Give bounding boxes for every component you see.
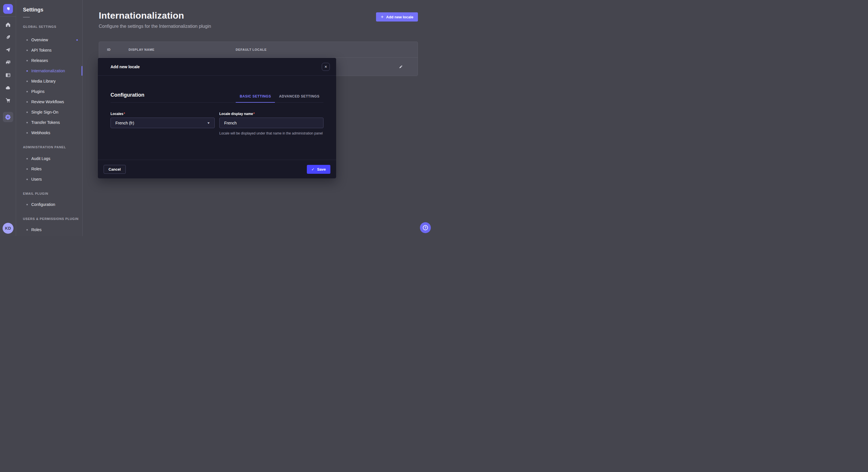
sidebar-item-review-workflows[interactable]: Review Workflows bbox=[16, 97, 82, 107]
save-button[interactable]: ✓ Save bbox=[307, 165, 330, 174]
column-default-locale: DEFAULT LOCALE bbox=[236, 48, 267, 51]
sidebar-item-email-configuration[interactable]: Configuration bbox=[16, 199, 82, 210]
modal-title: Add new locale bbox=[111, 65, 140, 69]
sidebar-item-users[interactable]: Users bbox=[16, 174, 82, 184]
sidebar-item-providers[interactable]: Providers bbox=[16, 235, 82, 236]
cancel-button[interactable]: Cancel bbox=[104, 165, 126, 174]
modal-body: Configuration BASIC SETTINGS ADVANCED SE… bbox=[98, 92, 336, 136]
column-id: ID bbox=[107, 48, 129, 51]
sidebar-item-label: Internationalization bbox=[31, 69, 65, 73]
section-list: Roles Providers bbox=[16, 225, 82, 236]
section-users-permissions-plugin: USERS & PERMISSIONS PLUGIN bbox=[23, 216, 82, 222]
sidebar-item-label: Webhooks bbox=[31, 131, 50, 135]
sidebar-item-audit-logs[interactable]: Audit Logs bbox=[16, 154, 82, 164]
display-name-help: Locale will be displayed under that name… bbox=[219, 131, 323, 136]
sidebar-item-single-sign-on[interactable]: Single Sign-On bbox=[16, 107, 82, 117]
check-icon: ✓ bbox=[311, 167, 315, 171]
settings-gear-icon[interactable] bbox=[3, 112, 13, 122]
pencil-icon bbox=[398, 65, 403, 69]
tab-advanced-settings[interactable]: ADVANCED SETTINGS bbox=[275, 94, 323, 102]
bullet-icon bbox=[26, 168, 28, 170]
section-list: Audit Logs Roles Users bbox=[16, 154, 82, 184]
locales-label: Locales* bbox=[111, 112, 215, 116]
tab-basic-settings[interactable]: BASIC SETTINGS bbox=[236, 94, 275, 102]
section-administration-panel: ADMINISTRATION PANEL bbox=[23, 144, 82, 150]
required-asterisk: * bbox=[253, 112, 255, 116]
sidebar-item-webhooks[interactable]: Webhooks bbox=[16, 128, 82, 138]
sidebar-item-overview[interactable]: Overview bbox=[16, 35, 82, 45]
bullet-icon bbox=[26, 111, 28, 113]
strapi-logo[interactable] bbox=[3, 4, 13, 14]
bullet-icon bbox=[26, 101, 28, 103]
bullet-icon bbox=[26, 158, 28, 160]
bullet-icon bbox=[26, 39, 28, 41]
modal-header: Add new locale ✕ bbox=[98, 58, 336, 76]
layout-icon[interactable] bbox=[5, 72, 11, 78]
title-underline bbox=[23, 17, 30, 18]
sidebar-item-label: Single Sign-On bbox=[31, 110, 58, 114]
bullet-icon bbox=[26, 60, 28, 61]
sidebar-item-api-tokens[interactable]: API Tokens bbox=[16, 45, 82, 55]
add-locale-modal: Add new locale ✕ Configuration BASIC SET… bbox=[98, 58, 336, 178]
home-icon[interactable] bbox=[5, 21, 11, 28]
cloud-icon[interactable] bbox=[5, 84, 11, 91]
sidebar-item-internationalization[interactable]: Internationalization bbox=[16, 66, 82, 76]
required-asterisk: * bbox=[124, 112, 125, 116]
sidebar-item-label: Review Workflows bbox=[31, 100, 64, 104]
bullet-icon bbox=[26, 229, 28, 231]
avatar[interactable]: KD bbox=[3, 223, 13, 234]
sidebar-item-label: API Tokens bbox=[31, 48, 52, 53]
strapi-logo-mark bbox=[5, 6, 11, 12]
chevron-down-icon: ▼ bbox=[207, 122, 210, 125]
paper-plane-icon[interactable] bbox=[5, 46, 11, 53]
section-list: Overview API Tokens Releases Internation… bbox=[16, 35, 82, 138]
add-new-locale-label: Add new locale bbox=[386, 15, 413, 19]
configuration-title: Configuration bbox=[111, 92, 144, 102]
bullet-icon bbox=[26, 49, 28, 51]
section-email-plugin: EMAIL PLUGIN bbox=[23, 191, 82, 196]
sidebar-item-label: Plugins bbox=[31, 89, 44, 94]
bullet-icon bbox=[26, 70, 28, 72]
rail-nav bbox=[0, 16, 16, 122]
locales-field: Locales* French (fr) ▼ bbox=[111, 112, 215, 136]
display-name-field: Locale display name* Locale will be disp… bbox=[219, 112, 323, 136]
modal-footer: Cancel ✓ Save bbox=[98, 160, 336, 178]
edit-locale-button[interactable] bbox=[397, 63, 405, 71]
add-new-locale-button[interactable]: + Add new locale bbox=[376, 12, 418, 22]
sidebar-item-label: Users bbox=[31, 177, 42, 181]
close-button[interactable]: ✕ bbox=[322, 63, 330, 71]
bullet-icon bbox=[26, 91, 28, 92]
sidebar-title: Settings bbox=[23, 7, 82, 13]
sidebar-item-label: Releases bbox=[31, 58, 48, 63]
column-display-name: DISPLAY NAME bbox=[129, 48, 236, 51]
sidebar-item-media-library[interactable]: Media Library bbox=[16, 76, 82, 86]
locales-label-text: Locales bbox=[111, 112, 123, 116]
help-button[interactable]: ? bbox=[420, 222, 431, 233]
save-label: Save bbox=[317, 167, 326, 171]
sidebar-item-label: Audit Logs bbox=[31, 156, 50, 161]
bullet-icon bbox=[26, 122, 28, 123]
sidebar-item-up-roles[interactable]: Roles bbox=[16, 225, 82, 235]
sidebar-item-transfer-tokens[interactable]: Transfer Tokens bbox=[16, 117, 82, 128]
feather-icon[interactable] bbox=[5, 34, 11, 41]
cart-icon[interactable] bbox=[5, 97, 11, 104]
sidebar-item-releases[interactable]: Releases bbox=[16, 55, 82, 66]
sidebar-item-label: Roles bbox=[31, 167, 42, 171]
locales-select[interactable]: French (fr) ▼ bbox=[111, 117, 215, 128]
bullet-icon bbox=[26, 132, 28, 134]
sidebar-item-label: Overview bbox=[31, 38, 48, 42]
bullet-icon bbox=[26, 80, 28, 82]
locales-select-value: French (fr) bbox=[115, 121, 134, 125]
configuration-row: Configuration BASIC SETTINGS ADVANCED SE… bbox=[111, 92, 323, 103]
sidebar-item-label: Roles bbox=[31, 227, 42, 232]
display-name-label-text: Locale display name bbox=[219, 112, 253, 116]
sidebar-item-plugins[interactable]: Plugins bbox=[16, 86, 82, 97]
media-library-icon[interactable] bbox=[5, 59, 11, 66]
section-list: Configuration bbox=[16, 199, 82, 210]
icon-rail: KD bbox=[0, 0, 16, 236]
bullet-icon bbox=[26, 179, 28, 180]
form-fields: Locales* French (fr) ▼ Locale display na… bbox=[111, 112, 323, 136]
sidebar-item-admin-roles[interactable]: Roles bbox=[16, 164, 82, 174]
sidebar-item-label: Configuration bbox=[31, 202, 55, 207]
display-name-input[interactable] bbox=[219, 117, 323, 128]
